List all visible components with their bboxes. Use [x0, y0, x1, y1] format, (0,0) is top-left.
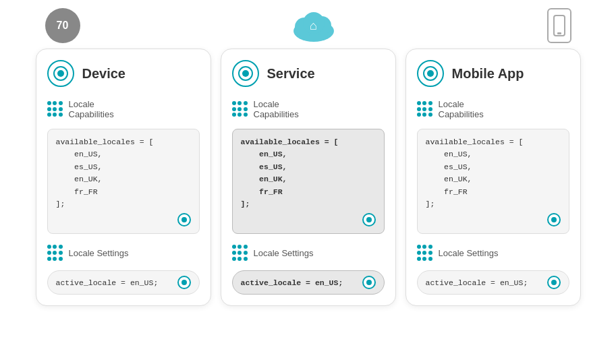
mobile-app-card-title: Mobile App [452, 66, 524, 82]
device-locale-settings-label: Locale Settings [47, 245, 200, 261]
svg-rect-5 [557, 32, 561, 34]
device-code-block: available_locales = [ en_US, es_US, en_U… [47, 129, 200, 234]
dots-icon-mobile-settings [417, 245, 433, 261]
device-locale-capabilities-title: LocaleCapabilities [69, 99, 114, 119]
device-card-title: Device [82, 66, 126, 82]
mobile-code-target-btn[interactable] [547, 213, 561, 226]
mobile-pill-target-btn[interactable] [547, 276, 561, 289]
service-code-target-btn[interactable] [362, 213, 376, 226]
service-cloud-icon: ⌂ [289, 8, 338, 43]
mobile-locale-settings-label: Locale Settings [417, 245, 569, 261]
top-icons-row: 70 ⌂ [45, 0, 571, 43]
mobile-locale-capabilities-title: LocaleCapabilities [439, 99, 484, 119]
service-locale-settings-title: Locale Settings [254, 248, 314, 258]
service-card-header: Service [232, 60, 385, 87]
mobile-locale-pill-text: active_locale = en_US; [426, 278, 528, 287]
mobile-app-card-header: Mobile App [417, 60, 569, 87]
device-card-header: Device [47, 60, 200, 87]
dots-icon-mobile-cap [417, 101, 433, 117]
mobile-locale-pill: active_locale = en_US; [417, 270, 569, 295]
device-card-icon [47, 60, 74, 87]
dots-icon-device-cap [47, 101, 63, 117]
mobile-locale-settings-title: Locale Settings [439, 248, 499, 258]
device-card: Device LocaleCapabilities available_loca… [36, 49, 211, 306]
cards-container: Device LocaleCapabilities available_loca… [24, 49, 593, 306]
service-card-icon [232, 60, 259, 87]
service-locale-settings-label: Locale Settings [232, 245, 385, 261]
dots-icon-service-settings [232, 245, 248, 261]
device-code-target-btn[interactable] [177, 213, 191, 226]
mobile-code-block: available_locales = [ en_US, es_US, en_U… [417, 129, 569, 234]
device-node-label: 70 [57, 20, 69, 32]
mobile-locale-capabilities-label: LocaleCapabilities [417, 99, 569, 119]
device-locale-pill-text: active_locale = en_US; [56, 278, 159, 287]
service-card: Service LocaleCapabilities available_loc… [221, 49, 396, 306]
service-locale-capabilities-label: LocaleCapabilities [232, 99, 385, 119]
service-pill-target-btn[interactable] [362, 276, 376, 289]
mobile-app-phone-icon [547, 8, 571, 43]
service-locale-capabilities-title: LocaleCapabilities [254, 99, 299, 119]
cloud-home-icon: ⌂ [310, 19, 317, 33]
dots-icon-device-settings [47, 245, 63, 261]
device-node-icon: 70 [45, 8, 80, 43]
service-locale-pill: active_locale = en_US; [232, 270, 385, 295]
service-code-block: available_locales = [ en_US, es_US, en_U… [232, 129, 385, 234]
service-card-title: Service [267, 66, 315, 82]
device-pill-target-btn[interactable] [177, 276, 191, 289]
service-locale-pill-text: active_locale = en_US; [241, 278, 343, 287]
device-locale-capabilities-label: LocaleCapabilities [47, 99, 200, 119]
mobile-app-card: Mobile App LocaleCapabilities available_… [405, 49, 581, 306]
device-locale-settings-title: Locale Settings [69, 248, 129, 258]
mobile-app-card-icon [417, 60, 444, 87]
device-locale-pill: active_locale = en_US; [47, 270, 200, 295]
dots-icon-service-cap [232, 101, 248, 117]
